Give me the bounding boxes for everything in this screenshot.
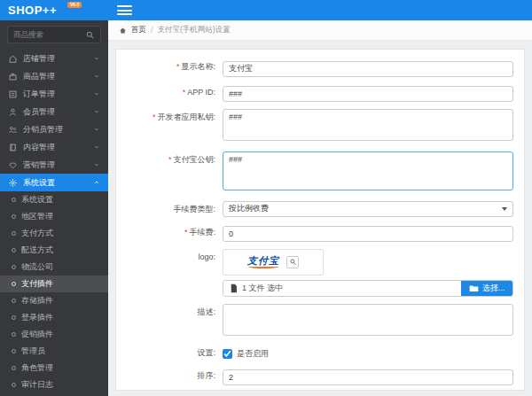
submenu-item-region[interactable]: 地区管理 [0,208,108,225]
sidebar-item-label: 商品管理 [23,71,55,82]
sidebar-item-label: 店铺管理 [23,53,55,65]
circle-icon [12,231,16,236]
settings-row: 设置: 是否启用 [116,346,513,361]
submenu-item-label: 地区管理 [21,211,53,222]
submenu-item-shipping-method[interactable]: 配送方式 [0,242,108,259]
circle-icon [12,214,16,219]
display-name-label: *显示名称: [116,58,223,74]
caret-down-icon [502,207,507,211]
distributor-icon [8,125,18,135]
sidebar-search[interactable] [7,26,101,43]
submenu-item-audit-log[interactable]: 审计日志 [0,377,108,393]
description-textarea[interactable] [223,304,513,336]
sidebar-item-label: 营销管理 [23,159,55,171]
circle-icon [12,299,16,303]
sidebar-item-marketing[interactable]: 营销管理 [0,156,108,174]
main-content: *显示名称: *APP ID: *开发者应用私钥: ### *支付宝公钥: ##… [108,41,532,396]
private-key-label: *开发者应用私钥: [116,109,223,125]
file-status: 1 文件 选中 [223,281,461,296]
submenu-item-storage-plugin[interactable]: 存储插件 [0,292,108,309]
settings-icon [8,178,18,188]
sidebar-item-settings[interactable]: 系统设置 [0,174,108,191]
display-name-row: *显示名称: [116,58,513,77]
app-logo: SHOP++ V6.0 [0,0,108,20]
enable-checkbox-label: 是否启用 [237,348,269,360]
sort-input[interactable] [223,369,513,385]
fee-row: *手续费: [116,224,513,242]
magnifier-icon [289,258,297,266]
sort-label: 排序: [116,368,223,384]
required-marker: * [184,228,188,237]
private-key-row: *开发者应用私钥: ### [116,109,513,144]
submenu-item-label: 支付插件 [21,278,53,290]
app-id-row: *APP ID: [116,84,513,102]
sidebar-item-goods[interactable]: 商品管理 [0,67,108,85]
member-icon [8,107,18,117]
chevron-down-icon [93,108,100,115]
submenu-item-label: 物流公司 [21,261,53,273]
search-icon[interactable] [85,30,95,40]
zoom-preview-button[interactable] [286,256,299,268]
chevron-down-icon [93,144,100,151]
hamburger-menu-icon[interactable] [117,5,132,15]
breadcrumb-separator: / [151,26,153,35]
circle-icon [12,265,16,269]
search-input[interactable] [13,30,85,39]
submenu-item-label: 角色管理 [21,362,53,374]
circle-icon [12,198,16,202]
version-badge: V6.0 [67,2,82,8]
circle-icon [12,349,16,353]
submenu-item-login-plugin[interactable]: 登录插件 [0,309,108,326]
chevron-down-icon [93,90,100,97]
circle-icon [12,332,16,337]
required-marker: * [183,88,186,97]
choose-file-button[interactable]: 选择... [461,281,512,296]
sidebar-item-content[interactable]: 内容管理 [0,138,108,156]
folder-icon [469,284,479,292]
display-name-input[interactable] [223,61,513,77]
submenu-item-payment-method[interactable]: 支付方式 [0,225,108,242]
sidebar-item-members[interactable]: 会员管理 [0,103,108,120]
logo-row: logo: 支付宝 1 文件 选中 [116,249,513,297]
fee-type-select[interactable]: 按比例收费 [223,201,513,217]
chevron-down-icon [93,126,100,133]
home-icon [119,27,127,35]
submenu-item-label: 登录插件 [21,312,53,323]
required-marker: * [153,113,156,121]
settings-label: 设置: [116,346,223,359]
sidebar-item-label: 系统设置 [23,177,55,189]
chevron-down-icon [93,161,100,168]
sidebar-item-orders[interactable]: 订单管理 [0,85,108,103]
sidebar-item-label: 会员管理 [23,106,55,118]
circle-icon [12,282,16,286]
enable-checkbox[interactable] [223,349,232,359]
public-key-textarea[interactable]: ### [223,151,513,190]
fee-type-selected-value: 按比例收费 [229,203,269,214]
sidebar-menu: 店铺管理 商品管理 订单管理 会员管理 分销员管理 内容管理 [0,50,108,191]
goods-icon [8,72,18,82]
file-status-text: 1 文件 选中 [242,283,283,294]
private-key-textarea[interactable]: ### [223,109,513,141]
submenu-item-system-settings[interactable]: 系统设置 [0,191,108,208]
sidebar-item-label: 分销员管理 [23,124,63,136]
submenu-item-logistics[interactable]: 物流公司 [0,259,108,276]
sidebar-item-label: 内容管理 [23,142,55,153]
app-id-label: *APP ID: [116,84,223,100]
submenu-item-admin[interactable]: 管理员 [0,343,108,360]
submenu-item-promotion-plugin[interactable]: 促销插件 [0,326,108,343]
app-logo-text: SHOP++ [8,4,57,17]
sidebar-item-distributors[interactable]: 分销员管理 [0,120,108,138]
public-key-label: *支付宝公钥: [116,151,223,167]
submenu-item-label: 审计日志 [21,379,53,391]
submenu-item-payment-plugin[interactable]: 支付插件 [0,276,108,292]
breadcrumb-home[interactable]: 首页 [131,25,146,35]
order-icon [8,89,18,99]
sidebar-item-shop[interactable]: 店铺管理 [0,50,108,67]
app-id-input[interactable] [223,86,513,102]
submenu-item-roles[interactable]: 角色管理 [0,360,108,377]
fee-input[interactable] [223,226,513,242]
description-row: 描述: [116,304,513,339]
submenu-item-label: 存储插件 [21,295,53,307]
circle-icon [12,248,16,252]
sidebar-submenu: 系统设置 地区管理 支付方式 配送方式 物流公司 支付插件 存储插件 登录插件 … [0,191,108,393]
